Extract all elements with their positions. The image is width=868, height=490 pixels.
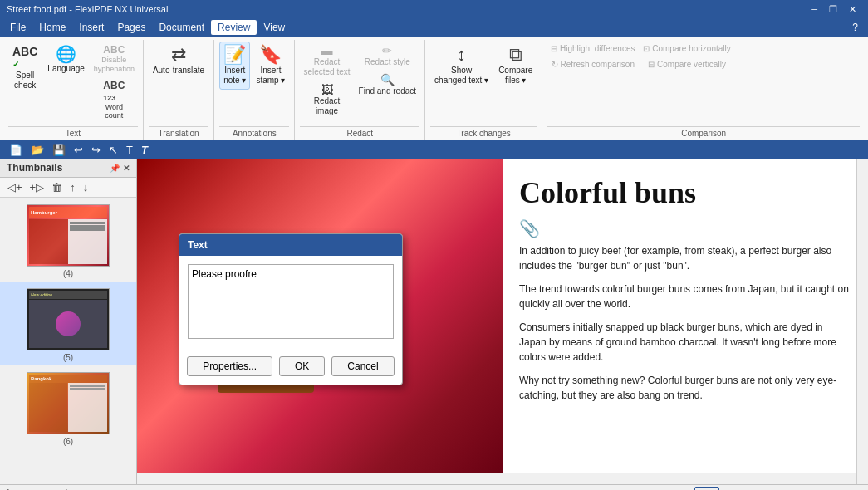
redact-image-icon: 🖼 [321,83,333,96]
horizontal-scrollbar[interactable] [137,473,856,484]
word-count-button[interactable]: ABC123 Wordcount [91,77,138,124]
pdf-para-3: Consumers initially snapped up black bur… [519,320,851,365]
menu-document[interactable]: Document [152,20,211,35]
menu-insert[interactable]: Insert [72,20,110,35]
menu-review[interactable]: Review [211,20,257,35]
compare-vertically-button[interactable]: ⊟ Compare vertically [640,57,733,72]
redact-selected-icon: ▬ [321,44,333,57]
sidebar-title: Thumbnails [7,162,62,174]
qat-cursor[interactable]: ↖ [106,143,120,157]
thumb-label-4: (4) [63,269,73,278]
vertical-scrollbar[interactable] [856,159,868,484]
qat-save[interactable]: 💾 [50,143,68,157]
ribbon-group-track: ↕ Showchanged text ▾ ⧉ Comparefiles ▾ Tr… [425,40,542,140]
redact-image-button[interactable]: 🖼 Redactimage [300,81,353,119]
menu-home[interactable]: Home [32,20,72,35]
close-button[interactable]: ✕ [844,4,861,15]
thumbnail-page-5[interactable]: New edition (5) [0,282,136,365]
sidebar-pin-icon[interactable]: 📌 [110,164,120,173]
minimize-button[interactable]: ─ [806,4,822,15]
ribbon-group-translation: ⇄ Auto-translate Translation [144,40,214,140]
find-redact-icon: 🔍 [380,73,395,86]
menu-view[interactable]: View [257,20,292,35]
qat-text-b[interactable]: T [139,143,150,157]
insert-stamp-icon: 🔖 [259,46,282,64]
dialog-textarea[interactable]: Please proofre [188,264,394,339]
cancel-button[interactable]: Cancel [331,356,394,376]
qat-new[interactable]: 📄 [7,143,25,157]
pdf-note-marker: 📎 [519,218,851,238]
language-icon: 🌐 [56,46,76,62]
sidebar-close-icon[interactable]: ✕ [123,164,130,173]
ribbon: ABC✓ Spellcheck 🌐 Language ABC Disablehy… [0,37,868,140]
qat-text[interactable]: T [124,143,135,157]
thumb-label-5: (5) [63,353,73,362]
show-changed-icon: ↕ [457,46,466,64]
compare-files-button[interactable]: ⧉ Comparefiles ▾ [494,42,537,90]
auto-translate-button[interactable]: ⇄ Auto-translate [149,42,208,80]
disable-hyphenation-icon: ABC [103,44,125,56]
view-single-button[interactable]: ▭ [674,487,689,490]
dialog-body: Please proofre [179,256,402,350]
pdf-article-title: Colorful buns [519,175,851,210]
sidebar-header: Thumbnails 📌 ✕ [0,159,136,178]
compare-files-icon: ⧉ [509,46,522,64]
restore-button[interactable]: ❐ [824,4,842,15]
sidebar-move-down[interactable]: ↓ [81,180,91,194]
view-continuous-button[interactable]: ≡ [724,487,737,490]
menu-file[interactable]: File [3,20,32,35]
view-double-button[interactable]: ▭▭ [694,487,719,490]
ribbon-group-comparison: ⊟ Highlight differences ↻ Refresh compar… [542,40,865,140]
insert-stamp-button[interactable]: 🔖 Insertstamp ▾ [252,42,289,90]
pdf-para-2: The trend towards colorful burger buns c… [519,282,851,311]
insert-note-button[interactable]: 📝 Insertnote ▾ [219,42,250,90]
sidebar-move-up[interactable]: ↑ [67,180,78,194]
menubar: File Home Insert Pages Document Review V… [0,18,868,37]
spell-check-button[interactable]: ABC✓ Spellcheck [8,42,42,95]
spell-check-icon: ABC✓ [12,46,37,69]
qat-open[interactable]: 📂 [28,143,47,157]
ribbon-group-redact-label: Redact [300,126,419,140]
sidebar-toolbar: ◁+ +▷ 🗑 ↑ ↓ [0,178,136,198]
sidebar-scroll[interactable]: Hamburger (4) [0,198,136,484]
main-layout: Thumbnails 📌 ✕ ◁+ +▷ 🗑 ↑ ↓ Hamburger [0,159,868,484]
properties-button[interactable]: Properties... [187,356,272,376]
text-dialog: Text Please proofre Properties... OK Can… [179,233,403,385]
qat-undo[interactable]: ↩ [71,143,86,157]
insert-note-icon: 📝 [223,46,246,64]
ok-button[interactable]: OK [279,356,325,376]
sidebar-thumbnails: Thumbnails 📌 ✕ ◁+ +▷ 🗑 ↑ ↓ Hamburger [0,159,137,484]
ribbon-group-redact: ▬ Redactselected text 🖼 Redactimage ✏ Re… [295,40,425,140]
word-count-icon: ABC123 [103,80,125,103]
highlight-differences-button[interactable]: ⊟ Highlight differences [547,42,638,56]
disable-hyphenation-button[interactable]: ABC Disablehyphenation [91,42,138,76]
qat-redo[interactable]: ↪ [89,143,103,157]
auto-translate-icon: ⇄ [171,46,186,64]
menu-pages[interactable]: Pages [110,20,152,35]
redact-style-button[interactable]: ✏ Redact style [356,42,420,70]
dialog-footer: Properties... OK Cancel [179,350,402,385]
quick-access-toolbar: 📄 📂 💾 ↩ ↪ ↖ T T [0,140,868,159]
sidebar-insert-before[interactable]: ◁+ [5,180,25,194]
ribbon-group-track-label: Track changes [430,126,537,140]
thumbnail-page-6[interactable]: Bangkok (6) [0,365,136,449]
language-button[interactable]: 🌐 Language [43,42,89,78]
pdf-para-4: Why not try something new? Colorful burg… [519,373,851,403]
redact-style-icon: ✏ [382,44,392,57]
statusbar: |◀ 5/6 ▶ ▶| ◀ ▶ ▭ ▭▭ ≡ ─ + 140% [0,484,868,490]
thumbnail-page-4[interactable]: Hamburger (4) [0,198,136,282]
compare-horizontally-button[interactable]: ⊡ Compare horizontally [640,42,733,56]
sidebar-insert-after[interactable]: +▷ [27,180,47,194]
sidebar-delete[interactable]: 🗑 [49,180,65,194]
ribbon-group-translation-label: Translation [149,126,208,140]
refresh-comparison-button[interactable]: ↻ Refresh comparison [547,57,638,72]
find-redact-button[interactable]: 🔍 Find and redact [356,71,420,99]
ribbon-group-annotations: 📝 Insertnote ▾ 🔖 Insertstamp ▾ Annotatio… [214,40,295,140]
redact-selected-button[interactable]: ▬ Redactselected text [300,42,353,80]
menu-help[interactable]: ? [846,20,865,35]
show-changed-button[interactable]: ↕ Showchanged text ▾ [430,42,493,90]
thumb-img-6: Bangkok [27,372,110,434]
ribbon-group-comparison-label: Comparison [547,126,860,140]
dialog-title: Text [188,239,208,251]
titlebar-title: Street food.pdf - FlexiPDF NX Universal [7,4,168,14]
